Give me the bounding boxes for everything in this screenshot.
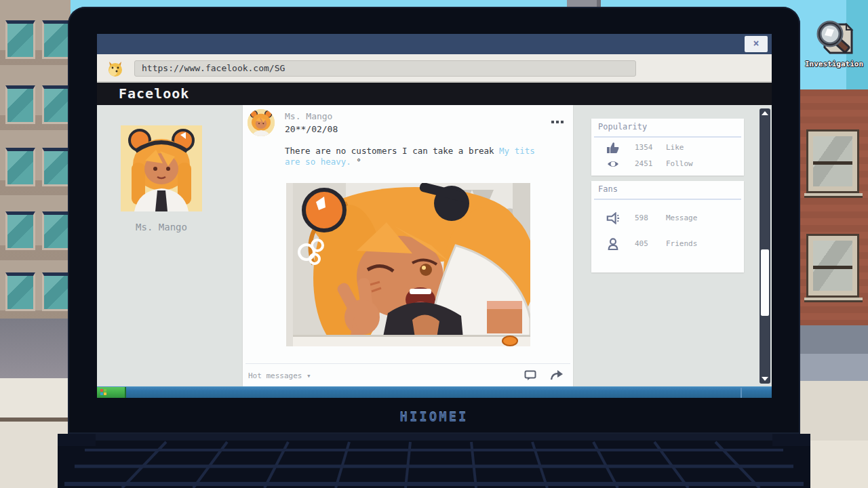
page-content: Ms. Mango bbox=[97, 105, 772, 386]
site-brand: Facelook bbox=[97, 83, 772, 105]
person-icon bbox=[606, 238, 620, 250]
like-stat-row: 1354 Like bbox=[606, 142, 738, 155]
popularity-panel: Popularity 1354 Like 2451 Fo bbox=[591, 119, 744, 176]
post-text-plain: There are no customers I can take a brea… bbox=[285, 146, 499, 156]
post-date: 20**/02/08 bbox=[285, 124, 338, 134]
message-label: Message bbox=[666, 214, 697, 222]
thumbs-up-icon bbox=[606, 142, 620, 154]
share-icon[interactable] bbox=[550, 370, 564, 381]
chevron-down-icon: ▾ bbox=[307, 371, 311, 380]
browser-address-bar: https://www.facelook.com/SG bbox=[97, 54, 772, 83]
fans-panel: Fans 598 Message 405 Friends bbox=[591, 181, 744, 272]
url-input[interactable]: https://www.facelook.com/SG bbox=[134, 60, 636, 77]
profile-avatar-art bbox=[121, 125, 202, 211]
laptop-brand: HIIOMEI bbox=[68, 409, 800, 430]
investigation-icon[interactable]: Investigation bbox=[808, 19, 860, 72]
taskbar-divider bbox=[741, 388, 742, 398]
post-avatar[interactable] bbox=[248, 109, 275, 136]
scrollbar[interactable] bbox=[760, 108, 770, 384]
laptop-keyboard bbox=[58, 434, 810, 488]
friends-stat-row: 405 Friends bbox=[606, 238, 738, 251]
start-button[interactable] bbox=[97, 387, 126, 398]
friends-label: Friends bbox=[666, 239, 697, 248]
follow-stat-row: 2451 Follow bbox=[606, 158, 738, 171]
start-logo-icon bbox=[100, 389, 107, 396]
post-divider bbox=[245, 363, 570, 364]
fans-title: Fans bbox=[598, 184, 618, 194]
comment-icon[interactable] bbox=[524, 370, 536, 381]
scroll-up-icon[interactable] bbox=[762, 111, 768, 115]
profile-name: Ms. Mango bbox=[111, 222, 212, 232]
message-stat-row: 598 Message bbox=[606, 212, 738, 226]
magnifier-document-icon bbox=[812, 19, 856, 60]
background-sidewalk-right bbox=[797, 381, 868, 441]
close-icon[interactable]: × bbox=[745, 36, 768, 52]
profile-picture[interactable] bbox=[121, 125, 202, 211]
post-text: There are no customers I can take a brea… bbox=[285, 146, 537, 167]
more-options-icon[interactable] bbox=[549, 113, 564, 126]
message-count: 598 bbox=[635, 214, 648, 222]
doge-favicon-icon bbox=[106, 60, 124, 77]
friends-count: 405 bbox=[635, 239, 648, 248]
eye-icon bbox=[606, 158, 620, 170]
game-screen: Investigation × https://www.facelook.com… bbox=[0, 0, 868, 488]
post-text-suffix: ° bbox=[351, 157, 361, 167]
like-label: Like bbox=[666, 143, 684, 152]
follow-count: 2451 bbox=[635, 159, 653, 168]
background-sidewalk-left bbox=[0, 378, 71, 418]
investigation-label: Investigation bbox=[800, 60, 868, 68]
post-image-art: 20 bbox=[286, 183, 530, 346]
popularity-title: Popularity bbox=[598, 122, 647, 131]
hot-messages-dropdown[interactable]: Hot messages ▾ bbox=[248, 371, 311, 380]
background-building-left bbox=[0, 0, 71, 319]
scrollbar-thumb[interactable] bbox=[761, 249, 769, 316]
post-image[interactable]: 20 bbox=[286, 183, 530, 346]
like-count: 1354 bbox=[635, 143, 653, 152]
background-building-right bbox=[797, 89, 868, 325]
laptop-screen: × https://www.facelook.com/SG Facelook bbox=[97, 34, 772, 398]
background-road-right bbox=[797, 325, 868, 354]
panel-divider bbox=[594, 199, 741, 200]
background-road-left bbox=[0, 319, 71, 378]
post-card: Ms. Mango 20**/02/08 There are no custom… bbox=[243, 105, 573, 386]
follow-label: Follow bbox=[666, 159, 693, 168]
megaphone-icon bbox=[606, 212, 620, 224]
taskbar bbox=[97, 386, 772, 398]
post-author: Ms. Mango bbox=[285, 111, 332, 121]
background-road-right-light bbox=[797, 354, 868, 381]
browser-titlebar: × bbox=[97, 34, 772, 54]
scroll-down-icon[interactable] bbox=[762, 377, 768, 381]
panel-divider bbox=[594, 136, 741, 138]
post-avatar-art bbox=[248, 109, 275, 136]
